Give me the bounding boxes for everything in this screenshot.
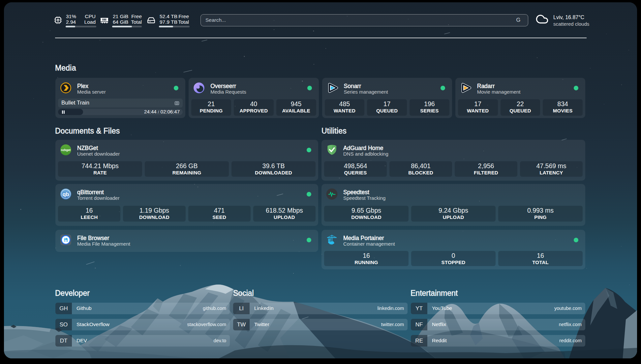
svg-text:nzbget: nzbget <box>61 148 71 152</box>
svg-text:qb: qb <box>62 191 69 197</box>
